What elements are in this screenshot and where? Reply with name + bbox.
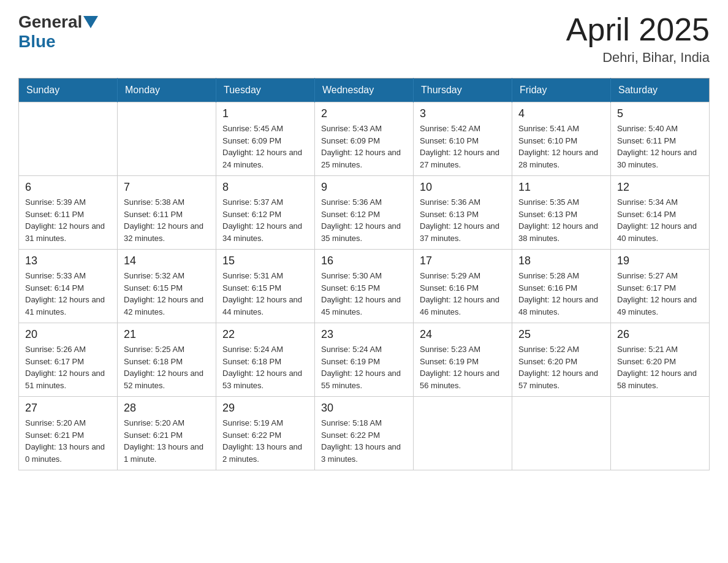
day-info: Sunrise: 5:24 AMSunset: 6:19 PMDaylight:… [321, 343, 407, 391]
day-number: 28 [124, 402, 210, 415]
calendar-cell: 4Sunrise: 5:41 AMSunset: 6:10 PMDaylight… [512, 102, 611, 176]
calendar-cell: 15Sunrise: 5:31 AMSunset: 6:15 PMDayligh… [216, 250, 315, 323]
day-number: 23 [321, 328, 407, 341]
calendar-cell [19, 102, 118, 176]
calendar-table: SundayMondayTuesdayWednesdayThursdayFrid… [18, 78, 710, 470]
calendar-cell: 27Sunrise: 5:20 AMSunset: 6:21 PMDayligh… [19, 397, 118, 470]
day-info: Sunrise: 5:37 AMSunset: 6:12 PMDaylight:… [222, 196, 308, 244]
day-number: 10 [420, 181, 506, 194]
day-number: 4 [518, 107, 604, 120]
day-info: Sunrise: 5:34 AMSunset: 6:14 PMDaylight:… [617, 196, 703, 244]
day-number: 9 [321, 181, 407, 194]
day-number: 1 [222, 107, 308, 120]
day-number: 24 [420, 328, 506, 341]
day-info: Sunrise: 5:39 AMSunset: 6:11 PMDaylight:… [25, 196, 111, 244]
day-number: 30 [321, 402, 407, 415]
day-number: 29 [222, 402, 308, 415]
day-info: Sunrise: 5:20 AMSunset: 6:21 PMDaylight:… [25, 417, 111, 465]
weekday-header-monday: Monday [118, 79, 216, 102]
calendar-week-row: 1Sunrise: 5:45 AMSunset: 6:09 PMDaylight… [19, 102, 710, 176]
weekday-header-saturday: Saturday [611, 79, 710, 102]
day-number: 11 [518, 181, 604, 194]
calendar-cell: 18Sunrise: 5:28 AMSunset: 6:16 PMDayligh… [512, 250, 611, 323]
calendar-cell: 17Sunrise: 5:29 AMSunset: 6:16 PMDayligh… [414, 250, 512, 323]
logo-triangle-icon [83, 16, 98, 28]
calendar-header: SundayMondayTuesdayWednesdayThursdayFrid… [19, 79, 710, 102]
day-number: 2 [321, 107, 407, 120]
day-info: Sunrise: 5:27 AMSunset: 6:17 PMDaylight:… [617, 270, 703, 318]
title-section: April 2025 Dehri, Bihar, India [566, 12, 710, 66]
day-info: Sunrise: 5:35 AMSunset: 6:13 PMDaylight:… [518, 196, 604, 244]
calendar-cell: 24Sunrise: 5:23 AMSunset: 6:19 PMDayligh… [414, 323, 512, 397]
calendar-week-row: 27Sunrise: 5:20 AMSunset: 6:21 PMDayligh… [19, 397, 710, 470]
day-info: Sunrise: 5:24 AMSunset: 6:18 PMDaylight:… [222, 343, 308, 391]
calendar-cell: 1Sunrise: 5:45 AMSunset: 6:09 PMDaylight… [216, 102, 315, 176]
day-info: Sunrise: 5:18 AMSunset: 6:22 PMDaylight:… [321, 417, 407, 465]
calendar-cell: 5Sunrise: 5:40 AMSunset: 6:11 PMDaylight… [611, 102, 710, 176]
day-number: 26 [617, 328, 703, 341]
day-number: 14 [124, 255, 210, 267]
calendar-body: 1Sunrise: 5:45 AMSunset: 6:09 PMDaylight… [19, 102, 710, 470]
month-title: April 2025 [566, 12, 710, 47]
day-number: 8 [222, 181, 308, 194]
calendar-cell: 6Sunrise: 5:39 AMSunset: 6:11 PMDaylight… [19, 176, 118, 250]
day-info: Sunrise: 5:41 AMSunset: 6:10 PMDaylight:… [518, 123, 604, 170]
weekday-header-tuesday: Tuesday [216, 79, 315, 102]
day-number: 6 [25, 181, 111, 194]
day-number: 25 [518, 328, 604, 341]
day-number: 16 [321, 255, 407, 267]
calendar-cell: 8Sunrise: 5:37 AMSunset: 6:12 PMDaylight… [216, 176, 315, 250]
calendar-cell: 11Sunrise: 5:35 AMSunset: 6:13 PMDayligh… [512, 176, 611, 250]
day-info: Sunrise: 5:45 AMSunset: 6:09 PMDaylight:… [222, 123, 308, 170]
calendar-cell: 21Sunrise: 5:25 AMSunset: 6:18 PMDayligh… [118, 323, 216, 397]
day-info: Sunrise: 5:36 AMSunset: 6:12 PMDaylight:… [321, 196, 407, 244]
calendar-cell: 7Sunrise: 5:38 AMSunset: 6:11 PMDaylight… [118, 176, 216, 250]
day-info: Sunrise: 5:21 AMSunset: 6:20 PMDaylight:… [617, 343, 703, 391]
calendar-cell: 13Sunrise: 5:33 AMSunset: 6:14 PMDayligh… [19, 250, 118, 323]
calendar-cell: 26Sunrise: 5:21 AMSunset: 6:20 PMDayligh… [611, 323, 710, 397]
day-info: Sunrise: 5:30 AMSunset: 6:15 PMDaylight:… [321, 270, 407, 318]
calendar-cell: 19Sunrise: 5:27 AMSunset: 6:17 PMDayligh… [611, 250, 710, 323]
day-info: Sunrise: 5:26 AMSunset: 6:17 PMDaylight:… [25, 343, 111, 391]
calendar-cell: 29Sunrise: 5:19 AMSunset: 6:22 PMDayligh… [216, 397, 315, 470]
calendar-week-row: 6Sunrise: 5:39 AMSunset: 6:11 PMDaylight… [19, 176, 710, 250]
day-info: Sunrise: 5:33 AMSunset: 6:14 PMDaylight:… [25, 270, 111, 318]
weekday-header-sunday: Sunday [19, 79, 118, 102]
logo-general-text: General [18, 12, 82, 32]
day-info: Sunrise: 5:36 AMSunset: 6:13 PMDaylight:… [420, 196, 506, 244]
day-info: Sunrise: 5:38 AMSunset: 6:11 PMDaylight:… [124, 196, 210, 244]
calendar-cell: 3Sunrise: 5:42 AMSunset: 6:10 PMDaylight… [414, 102, 512, 176]
calendar-cell: 12Sunrise: 5:34 AMSunset: 6:14 PMDayligh… [611, 176, 710, 250]
calendar-cell: 28Sunrise: 5:20 AMSunset: 6:21 PMDayligh… [118, 397, 216, 470]
day-number: 21 [124, 328, 210, 341]
calendar-cell [414, 397, 512, 470]
logo-blue-text: Blue [18, 32, 56, 51]
calendar-cell: 30Sunrise: 5:18 AMSunset: 6:22 PMDayligh… [315, 397, 414, 470]
day-info: Sunrise: 5:31 AMSunset: 6:15 PMDaylight:… [222, 270, 308, 318]
calendar-cell: 22Sunrise: 5:24 AMSunset: 6:18 PMDayligh… [216, 323, 315, 397]
logo: General Blue [18, 12, 99, 52]
day-info: Sunrise: 5:20 AMSunset: 6:21 PMDaylight:… [124, 417, 210, 465]
page-header: General Blue April 2025 Dehri, Bihar, In… [18, 12, 710, 66]
day-info: Sunrise: 5:28 AMSunset: 6:16 PMDaylight:… [518, 270, 604, 318]
weekday-header-thursday: Thursday [414, 79, 512, 102]
day-number: 7 [124, 181, 210, 194]
weekday-header-row: SundayMondayTuesdayWednesdayThursdayFrid… [19, 79, 710, 102]
day-info: Sunrise: 5:19 AMSunset: 6:22 PMDaylight:… [222, 417, 308, 465]
calendar-cell [512, 397, 611, 470]
calendar-cell: 20Sunrise: 5:26 AMSunset: 6:17 PMDayligh… [19, 323, 118, 397]
day-number: 3 [420, 107, 506, 120]
calendar-cell: 14Sunrise: 5:32 AMSunset: 6:15 PMDayligh… [118, 250, 216, 323]
day-info: Sunrise: 5:23 AMSunset: 6:19 PMDaylight:… [420, 343, 506, 391]
calendar-cell [118, 102, 216, 176]
weekday-header-wednesday: Wednesday [315, 79, 414, 102]
day-number: 15 [222, 255, 308, 267]
weekday-header-friday: Friday [512, 79, 611, 102]
day-info: Sunrise: 5:32 AMSunset: 6:15 PMDaylight:… [124, 270, 210, 318]
day-info: Sunrise: 5:42 AMSunset: 6:10 PMDaylight:… [420, 123, 506, 170]
day-info: Sunrise: 5:22 AMSunset: 6:20 PMDaylight:… [518, 343, 604, 391]
day-info: Sunrise: 5:29 AMSunset: 6:16 PMDaylight:… [420, 270, 506, 318]
day-number: 20 [25, 328, 111, 341]
calendar-week-row: 20Sunrise: 5:26 AMSunset: 6:17 PMDayligh… [19, 323, 710, 397]
day-number: 13 [25, 255, 111, 267]
